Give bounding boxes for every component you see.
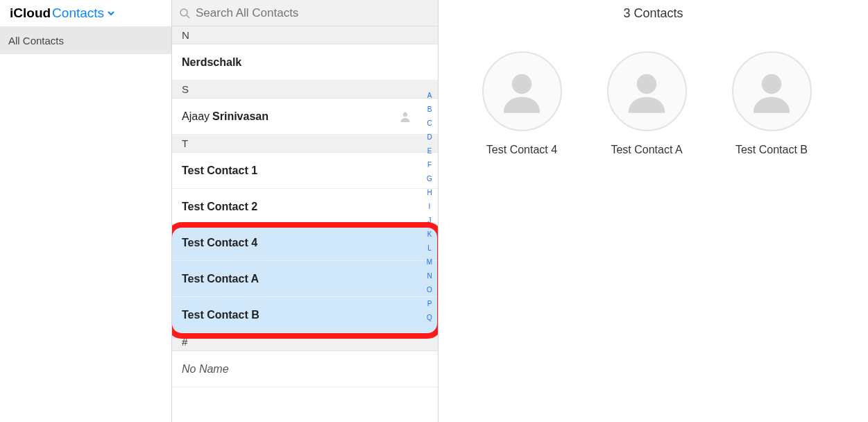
contact-card[interactable]: Test Contact A [605,51,688,156]
contact-row[interactable]: No Name [172,351,438,387]
search-bar[interactable] [172,0,438,26]
index-letter[interactable]: Q [427,314,432,321]
chevron-down-icon[interactable] [107,9,115,17]
contact-last: Srinivasan [212,110,269,123]
detail-column: 3 Contacts Test Contact 4 Test Contact A… [439,0,868,422]
index-letter[interactable]: P [427,300,432,307]
svg-point-2 [403,112,407,116]
search-icon [179,8,190,19]
index-letter[interactable]: M [427,258,432,266]
index-letter[interactable]: D [427,133,432,141]
search-input[interactable] [196,6,431,20]
contact-name: Test Contact B [182,309,259,321]
sidebar-item-all-contacts[interactable]: All Contacts [0,26,171,54]
index-letter[interactable]: G [427,175,432,183]
index-letter[interactable]: I [429,203,431,210]
contact-card[interactable]: Test Contact B [730,51,813,156]
selection-count-label: 3 Contacts [439,0,868,26]
index-letter[interactable]: A [427,92,432,99]
me-badge-icon [399,110,411,123]
avatar-placeholder-icon [482,51,562,131]
contact-list-column: N Nerdschalk S Ajaay Srinivasan T Test C… [172,0,439,422]
brand-label: iCloud [10,6,51,21]
index-letter[interactable]: F [427,161,432,169]
index-letter[interactable]: O [427,286,432,294]
svg-line-1 [187,15,189,18]
index-letter[interactable]: C [427,119,432,127]
svg-point-3 [512,74,531,93]
contact-row[interactable]: Test Contact 2 [172,189,438,225]
svg-point-0 [180,9,187,16]
contact-card-name: Test Contact A [611,144,682,156]
contact-card-name: Test Contact B [735,144,808,156]
contact-row[interactable]: Test Contact 1 [172,153,438,189]
sidebar-item-label: All Contacts [8,35,64,47]
index-letter[interactable]: J [428,217,432,224]
contact-row[interactable]: Test Contact B [172,297,438,333]
index-letter[interactable]: E [427,147,432,155]
svg-point-4 [637,74,656,93]
index-letter[interactable]: N [427,272,432,280]
contact-list-scroll[interactable]: N Nerdschalk S Ajaay Srinivasan T Test C… [172,26,438,422]
section-header-n: N [172,26,438,44]
index-letter[interactable]: B [427,106,432,113]
contact-row[interactable]: Test Contact 4 [172,225,438,261]
contact-card-name: Test Contact 4 [486,144,557,156]
sidebar: iCloud Contacts All Contacts [0,0,172,422]
alpha-index-rail[interactable]: A B C D E F G H I J K L M N O P Q [424,92,435,321]
contact-name: Nerdschalk [182,56,241,69]
product-label: Contacts [52,6,104,21]
index-letter[interactable]: L [427,244,432,252]
contact-name: Test Contact 2 [182,201,257,213]
contact-name: Test Contact 1 [182,164,257,177]
contact-name: Test Contact A [182,273,259,285]
avatar-placeholder-icon [732,51,812,131]
contact-first: Ajaay [182,110,210,123]
contact-name: No Name [182,363,229,375]
avatar-placeholder-icon [607,51,687,131]
contact-row[interactable]: Ajaay Srinivasan [172,99,438,135]
selected-contacts-row: Test Contact 4 Test Contact A Test Conta… [439,26,868,156]
contact-row[interactable]: Nerdschalk [172,44,438,81]
section-header-t: T [172,135,438,153]
section-header-s: S [172,81,438,99]
contact-name: Test Contact 4 [182,237,257,249]
index-letter[interactable]: H [427,189,432,196]
svg-point-5 [762,74,781,93]
index-letter[interactable]: K [427,230,432,238]
sidebar-header[interactable]: iCloud Contacts [0,0,171,26]
section-header-hash: # [172,333,438,351]
contact-card[interactable]: Test Contact 4 [480,51,563,156]
contact-row[interactable]: Test Contact A [172,261,438,297]
